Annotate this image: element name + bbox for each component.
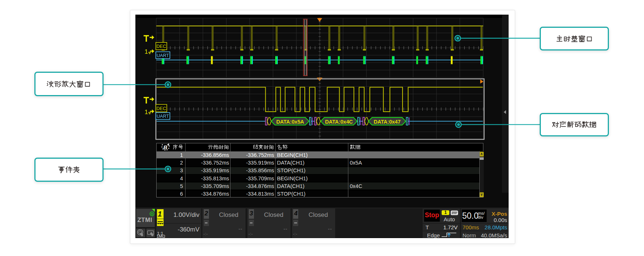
svg-text:1: 1: [145, 48, 148, 55]
svg-text:R: R: [151, 212, 153, 216]
svg-text:UART: UART: [157, 114, 169, 119]
svg-text:DEC: DEC: [157, 106, 166, 111]
svg-text:DATA:0x4C: DATA:0x4C: [325, 119, 353, 125]
svg-text:UART: UART: [157, 53, 169, 58]
svg-text:1: 1: [145, 109, 148, 116]
svg-text:DATA:0x47: DATA:0x47: [374, 119, 401, 125]
svg-text:B: B: [164, 144, 168, 150]
svg-text:DEC: DEC: [157, 44, 166, 49]
svg-text:DATA:0x5A: DATA:0x5A: [276, 119, 304, 125]
